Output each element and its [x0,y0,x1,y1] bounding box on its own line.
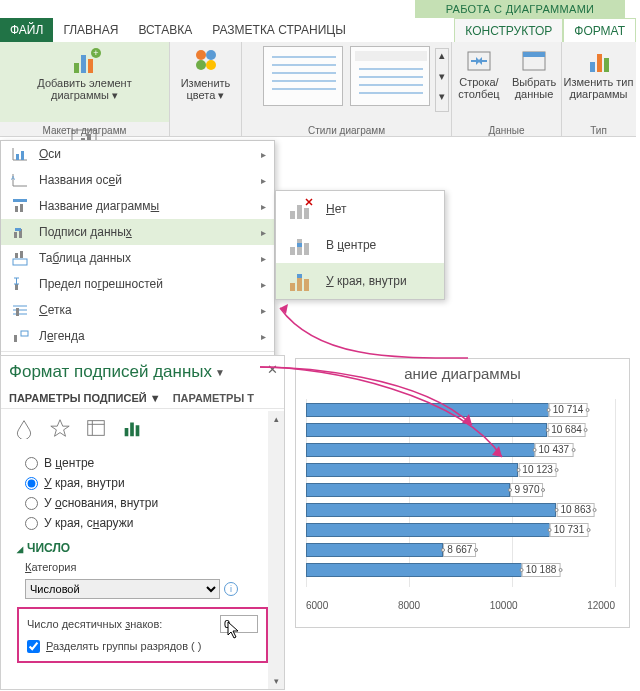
subtab-label-options[interactable]: ПАРАМЕТРЫ ПОДПИСЕЙ ▼ [9,392,161,404]
x-tick: 12000 [587,600,615,611]
plot-area[interactable]: 10 71410 68410 43710 1239 97010 86310 73… [306,399,615,587]
radio-inside-end[interactable]: У края, внутри [25,473,260,493]
svg-rect-48 [290,247,295,255]
svg-text:A: A [11,175,15,181]
menu-data-table[interactable]: Таблица данныхТаблица данных▸ [1,245,274,271]
subtab-text-options[interactable]: ПАРАМЕТРЫ Т [173,392,254,404]
select-data-button[interactable]: Выбрать данные [508,42,560,100]
add-element-menu: ООсиси▸ AНазвания осейНазвания осей▸ Наз… [0,140,275,381]
menu-axes[interactable]: ООсиси▸ [1,141,274,167]
chart-bar[interactable]: 10 684 [306,423,547,437]
chart-bar[interactable]: 10 714 [306,403,549,417]
fill-line-icon[interactable] [13,417,35,441]
pane-close-button[interactable]: ✕ [267,362,278,377]
chart-bar[interactable]: 10 188 [306,563,522,577]
separator-checkbox[interactable] [27,640,40,653]
radio-center[interactable]: В центре [25,453,260,473]
radio-outside-end[interactable]: У края, снаружи [25,513,260,533]
chart-bar[interactable]: 10 437 [306,443,535,457]
menu-gridlines[interactable]: СеткаСетка▸ [1,297,274,323]
submenu-none[interactable]: НетНет [276,191,444,227]
chart-title-text[interactable]: ание диаграммы [296,359,629,386]
legend-icon [9,327,31,345]
change-chart-type-button[interactable]: Изменить тип диаграммы [564,42,634,100]
separator-label: Разделять группы разрядов ( ) [46,640,201,652]
number-section-header[interactable]: ЧИСЛО [1,537,284,559]
menu-error-bars[interactable]: Предел погрешностейПредел погрешностей▸ [1,271,274,297]
svg-rect-52 [290,283,295,291]
svg-rect-29 [16,154,19,160]
radio-inside-base[interactable]: У основания, внутри [25,493,260,513]
group-data-label: Данные [452,125,561,136]
svg-rect-40 [20,251,23,258]
data-label[interactable]: 10 684 [547,423,586,437]
data-label[interactable]: 10 863 [556,503,595,517]
svg-rect-50 [304,243,309,255]
chart-bar[interactable]: 9 970 [306,483,510,497]
menu-legend[interactable]: ЛегендаЛегенда▸ [1,323,274,349]
change-colors-label: Изменить цвета [181,77,231,101]
tab-home[interactable]: ГЛАВНАЯ [53,18,128,42]
colors-icon [191,45,221,75]
select-data-label: Выбрать данные [512,76,556,100]
submenu-center[interactable]: В центреВ центре [276,227,444,263]
svg-rect-1 [81,55,86,73]
group-type-label: Тип [562,125,635,136]
tab-page-layout[interactable]: РАЗМЕТКА СТРАНИЦЫ [202,18,356,42]
svg-rect-60 [136,425,140,436]
chart-bar[interactable]: 10 863 [306,503,556,517]
data-table-icon [9,249,31,267]
styles-gallery-expand[interactable]: ▾ [436,90,448,111]
tab-format[interactable]: ФОРМАТ [563,18,636,42]
tab-insert[interactable]: ВСТАВКА [128,18,202,42]
chart-preview[interactable]: ание диаграммы 10 71410 68410 43710 1239… [295,358,630,628]
svg-text:+: + [93,48,98,58]
category-select[interactable]: Числовой [25,579,220,599]
svg-rect-0 [74,63,79,73]
svg-rect-2 [88,59,93,73]
data-label[interactable]: 10 123 [518,463,557,477]
info-icon[interactable]: i [224,582,238,596]
svg-rect-32 [13,199,27,202]
format-data-labels-pane: Формат подписей данных▼ ✕ ПАРАМЕТРЫ ПОДП… [0,355,285,690]
menu-chart-title[interactable]: Название диаграммыНазвание диаграммы▸ [1,193,274,219]
svg-marker-56 [51,420,69,437]
menu-data-labels[interactable]: Подписи данныхПодписи данных▸ [1,219,274,245]
switch-icon [464,46,494,74]
add-chart-element-button[interactable]: + Добавить элемент диаграммы ▾ [0,42,169,122]
svg-rect-44 [21,331,28,336]
chart-bar[interactable]: 8 667 [306,543,443,557]
change-colors-button[interactable]: Изменить цвета ▾ [170,42,241,105]
chart-style-2[interactable] [350,46,430,106]
tab-design[interactable]: КОНСТРУКТОР [454,18,563,42]
data-label[interactable]: 8 667 [443,543,476,557]
data-label[interactable]: 10 437 [535,443,574,457]
chart-bar[interactable]: 10 731 [306,523,550,537]
svg-rect-46 [297,205,302,219]
chart-bar[interactable]: 10 123 [306,463,518,477]
x-tick: 8000 [398,600,420,611]
data-label[interactable]: 10 188 [522,563,561,577]
effects-icon[interactable] [49,417,71,441]
svg-rect-57 [88,421,105,436]
chart-style-1[interactable] [263,46,343,106]
styles-scroll-up[interactable]: ▴ [436,49,448,70]
data-label[interactable]: 10 731 [550,523,589,537]
styles-scroll-down[interactable]: ▾ [436,70,448,91]
axes-icon [9,145,31,163]
label-options-icon[interactable] [121,417,143,441]
switch-row-col-button[interactable]: Строка/столбец [453,42,505,100]
chart-title-icon [9,197,31,215]
tab-file[interactable]: ФАЙЛ [0,18,53,42]
menu-axis-titles[interactable]: AНазвания осейНазвания осей▸ [1,167,274,193]
data-label[interactable]: 9 970 [510,483,543,497]
svg-rect-28 [604,58,609,72]
svg-rect-51 [297,243,302,247]
data-label[interactable]: 10 714 [549,403,588,417]
data-labels-icon [9,223,31,241]
size-props-icon[interactable] [85,417,107,441]
svg-marker-61 [280,304,288,314]
submenu-inside-end[interactable]: У края, внутриУ края, внутри [276,263,444,299]
svg-point-9 [196,50,206,60]
change-type-label: Изменить тип диаграммы [564,76,634,100]
